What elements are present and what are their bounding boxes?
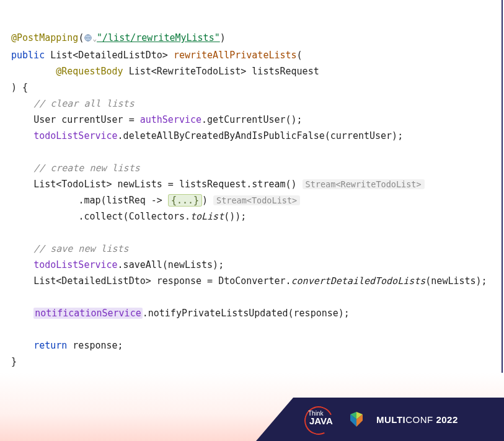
comment-create: // create new lists <box>33 163 140 174</box>
line-user-head: User currentUser = <box>33 114 140 125</box>
comment-clear: // clear all lists <box>33 98 135 109</box>
keyword-public: public <box>11 50 45 61</box>
annotation-postmapping: @PostMapping <box>11 32 78 43</box>
url-string: "/list/rewriteMyLists" <box>97 32 220 43</box>
static-convert: convertDetailedTodoLists <box>291 275 426 287</box>
year: 2022 <box>436 414 458 425</box>
multi: MULTI <box>376 414 405 425</box>
think-java-text: Think JAVA <box>308 410 333 425</box>
annotation-requestbody: @RequestBody <box>56 66 123 77</box>
line-newlists-head: List<TodoList> newLists = listsRequest.s… <box>33 179 296 190</box>
return-type: List<DetailedListDto> <box>50 50 168 61</box>
multiconf-text: MULTICONF 2022 <box>376 414 458 425</box>
line-collect-tail: ()); <box>224 211 246 222</box>
globe-icon <box>84 33 92 42</box>
line-saveall-tail: .saveAll(newLists); <box>118 259 224 270</box>
line-resp-head: List<DetailedListDto> response = DtoConv… <box>33 275 291 287</box>
footer-gradient: Think JAVA MULTICONF 2022 <box>0 373 504 441</box>
right-border <box>502 0 503 391</box>
think-java-logo: Think JAVA <box>302 405 337 434</box>
return-tail: response; <box>67 340 123 351</box>
line-notify-tail: .notifyPrivateListsUpdated(response); <box>143 308 350 319</box>
line-user-tail: .getCurrentUser(); <box>201 114 303 125</box>
line-collect-head: .collect(Collectors. <box>78 211 190 222</box>
line-resp-tail: (newLists); <box>425 275 487 287</box>
logo-java: JAVA <box>309 417 333 425</box>
banner-inner: Think JAVA MULTICONF 2022 <box>293 398 504 441</box>
field-authservice: authService <box>140 114 201 125</box>
line-delete-tail: .deleteAllByCreatedByAndIsPublicFalse(cu… <box>118 130 404 141</box>
comment-save: // save new lists <box>33 243 129 254</box>
static-tolist: toList <box>190 211 224 222</box>
line-map-tail: ) <box>202 195 208 206</box>
keyword-return: return <box>33 340 67 351</box>
multiconf-arrow-icon <box>350 412 363 427</box>
type-hint-1: Stream<RewriteTodoList> <box>303 179 425 189</box>
field-todolistservice-1: todoListService <box>33 130 117 141</box>
type-hint-2: Stream<TodoList> <box>213 195 300 205</box>
param-type: List<RewriteTodoList> <box>129 66 247 77</box>
field-todolistservice-2: todoListService <box>33 259 117 270</box>
method-name: rewriteAllPrivateLists <box>174 50 297 61</box>
field-notificationservice: notificationService <box>33 308 143 319</box>
line-map-head: .map(listReq -> <box>78 195 168 206</box>
code-block: @PostMapping(⌄"/list/rewriteMyLists") pu… <box>0 0 504 370</box>
slide-frame: @PostMapping(⌄"/list/rewriteMyLists") pu… <box>0 0 504 441</box>
param-name: listsRequest <box>252 66 319 77</box>
conf: CONF <box>405 414 436 425</box>
code-fold[interactable]: {...} <box>168 194 202 207</box>
footer-banner: Think JAVA MULTICONF 2022 <box>293 398 504 441</box>
